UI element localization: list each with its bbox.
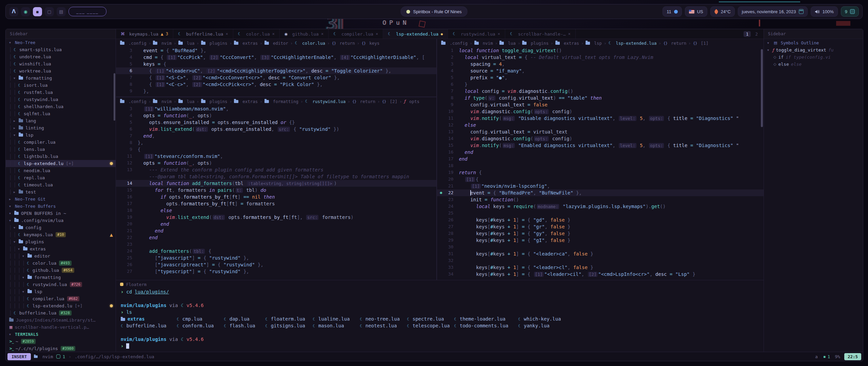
- tree-row[interactable]: ││☾lightbulb.lua: [6, 153, 116, 160]
- code-line[interactable]: 8},: [116, 139, 436, 146]
- volume-widget[interactable]: 100%: [811, 6, 838, 17]
- tree-row[interactable]: ││☾rustywind.lua: [6, 96, 116, 103]
- code-line[interactable]: 5 prefix = "●",: [437, 74, 764, 81]
- tree-row[interactable]: ││││☾rustywind.lua#726: [6, 281, 116, 288]
- code-line[interactable]: 21 end: [116, 227, 436, 234]
- section-terminals[interactable]: ▾TERMINALS: [6, 331, 116, 338]
- code-line[interactable]: 20 end: [116, 221, 436, 227]
- tree-row[interactable]: ││││☾lsp-extended.lu[+]: [6, 302, 116, 309]
- code-line[interactable]: 8 if type(v: config.virtual_text) == "ta…: [437, 95, 764, 101]
- tree-row[interactable]: │☾winshift.lua: [6, 60, 116, 67]
- code-line[interactable]: 4 source = "if_many",: [437, 67, 764, 74]
- code-line[interactable]: 22● event = { "BufReadPre", "BufNewFile"…: [437, 189, 764, 196]
- symbol-row[interactable]: ◇ifif type(config.vi: [764, 54, 863, 61]
- tree-row[interactable]: Juegos/Indies/SteamLibrary/st…: [6, 317, 116, 324]
- tree-row[interactable]: >_~#2859: [6, 338, 116, 345]
- tree-row[interactable]: ││▾extras: [6, 245, 116, 252]
- editor-tab[interactable]: ☾bufferline.lua×: [173, 29, 233, 39]
- tree-row[interactable]: >_~/.c/n/l/plugins#3980: [6, 345, 116, 352]
- tree-row[interactable]: ││☾sqlfmt.lua: [6, 110, 116, 117]
- date-widget[interactable]: jueves, noviembre 16, 2023: [738, 6, 808, 17]
- tree-row[interactable]: │▾lsp: [6, 131, 116, 139]
- code-line[interactable]: 20 [1]{: [437, 176, 764, 183]
- tree-row[interactable]: │▾plugins: [6, 238, 116, 245]
- code-line[interactable]: 13 config.virtual_text = virtual_text: [437, 128, 764, 135]
- tree-row[interactable]: ││☾timeout.lua: [6, 181, 116, 188]
- symbol-row[interactable]: ◇elseelse: [764, 61, 863, 68]
- code-line[interactable]: 13 --- Extend the conform plugin config …: [116, 166, 436, 173]
- workspace-button-4[interactable]: ▤: [57, 7, 66, 16]
- code-line[interactable]: 16 end: [437, 149, 764, 156]
- code-line[interactable]: 31 keys[#keys + 1] = { "<leader>ca", fal…: [437, 250, 764, 257]
- tree-row[interactable]: │││▾formatting: [6, 274, 116, 281]
- code-line[interactable]: 3 event = { "BufRead" },: [116, 47, 436, 54]
- tabpage-1[interactable]: 1: [744, 31, 751, 37]
- code-line[interactable]: 26 keys[#keys + 1] = { "gd", false }: [437, 217, 764, 223]
- tree-row[interactable]: ││☾shellharden.lua: [6, 103, 116, 110]
- code-line[interactable]: 11 vim.notify(msg: "Disable diagnostics …: [437, 115, 764, 122]
- tree-row[interactable]: ││☾neodim.lua: [6, 167, 116, 174]
- tree-row[interactable]: ││☾compiler.lua: [6, 139, 116, 146]
- section-neo-tree[interactable]: ▾Neo-Tree: [6, 39, 116, 46]
- code-line[interactable]: 16 if opts.formatters_by_ft[ft] == nil t…: [116, 194, 436, 200]
- close-icon[interactable]: ×: [568, 32, 571, 36]
- tree-row[interactable]: │▸lang: [6, 117, 116, 124]
- code-line[interactable]: 1local function toggle_diag_virtext(): [437, 47, 764, 54]
- tree-row[interactable]: │││▾lsp: [6, 288, 116, 295]
- scrollbar-handle[interactable]: [761, 49, 763, 127]
- close-icon[interactable]: ×: [498, 32, 500, 36]
- section-neo-tree-buffers[interactable]: ▾Neo-Tree Buffers: [6, 203, 116, 210]
- code-line[interactable]: 6 }: [437, 81, 764, 88]
- code-buffer-lsp-extended-lua[interactable]: 1local function toggle_diag_virtext()2 l…: [437, 47, 764, 278]
- tray-widget[interactable]: 9: [841, 6, 859, 17]
- code-line[interactable]: 4 opts = function(_, opts): [116, 112, 436, 119]
- code-line[interactable]: 7 { [1]"<S-C>", [2]"<cmd>CccConvert<cr>"…: [116, 74, 436, 81]
- notifications-widget[interactable]: 11: [663, 6, 682, 17]
- tree-row[interactable]: ││☾isort.lua: [6, 82, 116, 89]
- code-line[interactable]: 5 opts.ensure_installed = opts.ensure_in…: [116, 119, 436, 126]
- section-neo-tree-git[interactable]: ▸Neo-Tree Git: [6, 196, 116, 203]
- code-line[interactable]: 29 keys[#keys + 1] = { "gI", false }: [437, 237, 764, 244]
- symbols-outline-header[interactable]: ▾ ▤ Symbols Outline: [764, 39, 863, 46]
- tree-row[interactable]: ││☾keymaps.lua#10▲: [6, 231, 116, 238]
- code-line[interactable]: 34 keys[#keys + 1] = { [1]"<leader>cil",…: [437, 271, 764, 278]
- sidebar-scrollbar[interactable]: [114, 73, 115, 121]
- code-line[interactable]: 30: [437, 244, 764, 250]
- code-line[interactable]: 24 add_formatters(tbl: {: [116, 248, 436, 255]
- code-line[interactable]: 18 else: [116, 207, 436, 214]
- code-line[interactable]: 23 init = function(): [437, 196, 764, 203]
- close-icon[interactable]: ×: [225, 32, 228, 36]
- tree-row[interactable]: │▾formatting: [6, 75, 116, 82]
- tabpage-2[interactable]: 2: [753, 31, 760, 37]
- code-line[interactable]: 14 local function add_formatters(tbl :ta…: [116, 180, 436, 187]
- code-line[interactable]: 26 ["javascriptreact"] = { "rustywind" }…: [116, 261, 436, 268]
- tree-row[interactable]: ▾.config/nvim/lua: [6, 217, 116, 224]
- editor-tab[interactable]: ◉github.lua×: [280, 29, 329, 39]
- code-line[interactable]: 28 keys[#keys + 1] = { "gy", false }: [437, 230, 764, 237]
- tree-row[interactable]: ││☾rustfmt.lua: [6, 89, 116, 96]
- code-buffer-rustywind-lua[interactable]: 3 [1]"williamboman/mason.nvim",4 opts = …: [116, 105, 436, 275]
- tree-row[interactable]: ││││☾color.lua#493: [6, 260, 116, 267]
- launcher-input[interactable]: ___ ____: [68, 7, 106, 16]
- editor-tab[interactable]: ⌘keymaps.lua▲3: [116, 29, 173, 39]
- tree-row[interactable]: │☾smart-splits.lua: [6, 46, 116, 53]
- editor-tab[interactable]: ☾scrollbar-handle-…×: [505, 29, 576, 39]
- tree-row[interactable]: ││││☾compiler.lua#682: [6, 295, 116, 302]
- code-line[interactable]: 7 local config = vim.diagnostic.config(): [437, 88, 764, 95]
- code-line[interactable]: 2 local virtual_text = { -- Default virt…: [437, 54, 764, 61]
- music-widget[interactable]: Spiritbox - Rule Of Nines: [400, 6, 467, 17]
- close-icon[interactable]: ×: [272, 32, 275, 36]
- code-line[interactable]: 6 { [1]"<leader>uC", [2]"<cmd>CccHighlig…: [116, 67, 436, 74]
- editor-tab[interactable]: ☾compiler.lua×: [329, 29, 383, 39]
- code-line[interactable]: 32: [437, 257, 764, 264]
- workspace-button-1[interactable]: ◉: [21, 7, 30, 16]
- tree-row[interactable]: │▾config: [6, 224, 116, 231]
- code-line[interactable]: 27 ["typescript"] = { "rustywind" },: [116, 268, 436, 275]
- code-line[interactable]: 10 vim.diagnostic.config(opts: config): [437, 108, 764, 115]
- keyboard-layout-widget[interactable]: US: [685, 6, 707, 17]
- code-line[interactable]: 15 vim.notify(msg: "Enabled diagnostics …: [437, 142, 764, 149]
- code-line[interactable]: 4 cmd = { [1]"CccPick", [2]"CccConvert",…: [116, 54, 436, 61]
- code-line[interactable]: 5 keys = {: [116, 61, 436, 67]
- code-line[interactable]: 6 vim.list_extend(dst: opts.ensure_insta…: [116, 126, 436, 133]
- code-line[interactable]: 19 vim.list_extend(dst: opts.formatters_…: [116, 214, 436, 221]
